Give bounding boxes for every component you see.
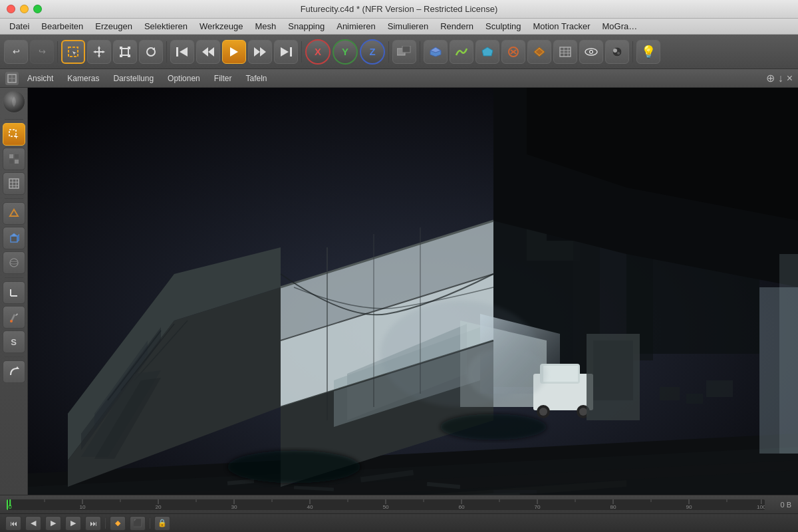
light-btn[interactable]: 💡	[636, 40, 660, 64]
svg-marker-19	[254, 47, 260, 57]
svg-point-60	[10, 259, 18, 267]
vp-menu-optionen[interactable]: Optionen	[162, 72, 205, 84]
menu-item-motiontracker[interactable]: Motion Tracker	[527, 20, 597, 33]
axis-y-button[interactable]: Y	[332, 39, 358, 65]
sweep-btn[interactable]	[450, 40, 473, 64]
timeline: 0 10 20 30 40 50 60 70 80 90 1	[0, 495, 798, 513]
vp-menu-kameras[interactable]: Kameras	[62, 72, 104, 84]
bb-btn-2[interactable]: ◀	[25, 516, 41, 531]
lt-box-btn[interactable]	[3, 227, 25, 249]
move-button[interactable]	[87, 40, 111, 64]
lt-grid-btn[interactable]	[3, 172, 25, 195]
svg-point-123	[440, 414, 547, 440]
lt-sphere-btn[interactable]	[3, 251, 25, 274]
viewport-expand-icon[interactable]: ⊕	[766, 72, 775, 84]
bb-btn-5[interactable]: ⬛	[130, 516, 146, 531]
menu-item-sculpting[interactable]: Sculpting	[479, 20, 527, 33]
redo-button[interactable]: ↪	[30, 40, 54, 64]
svg-marker-14	[202, 47, 208, 57]
svg-text:0: 0	[9, 503, 12, 510]
menu-item-animieren[interactable]: Animieren	[331, 20, 382, 33]
svg-rect-114	[593, 340, 633, 400]
viewport-close-icon[interactable]: ×	[787, 72, 793, 84]
scene-render	[28, 88, 798, 495]
lt-vertex-btn[interactable]	[3, 202, 25, 225]
anim-prev-key-button[interactable]	[196, 40, 220, 64]
svg-marker-5	[102, 51, 105, 53]
main-area: S	[0, 88, 798, 495]
menu-item-rendern[interactable]: Rendern	[434, 20, 479, 33]
viewport-down-icon[interactable]: ↓	[778, 72, 783, 84]
axis-x-button[interactable]: X	[305, 39, 331, 65]
grid-btn[interactable]	[553, 40, 577, 64]
svg-rect-56	[11, 236, 17, 242]
3d-viewport[interactable]	[28, 88, 798, 495]
bb-btn-3[interactable]: ▶	[65, 516, 81, 531]
svg-point-125	[467, 347, 547, 400]
anim-prev-button[interactable]	[170, 40, 194, 64]
menu-item-snapping[interactable]: Snapping	[282, 20, 331, 33]
viewport-icon	[5, 72, 19, 85]
vp-menu-tafeln[interactable]: Tafeln	[240, 72, 272, 84]
polygon-btn[interactable]	[475, 40, 499, 64]
svg-marker-57	[11, 233, 17, 236]
svg-rect-132	[779, 254, 798, 454]
bb-play-btn[interactable]: ▶	[45, 516, 61, 531]
lt-sep3	[5, 277, 23, 278]
anim-next-button[interactable]	[274, 40, 298, 64]
scale-button[interactable]	[113, 40, 137, 64]
svg-marker-16	[230, 47, 238, 57]
svg-rect-20	[290, 47, 292, 57]
vp-menu-ansicht[interactable]: Ansicht	[22, 72, 59, 84]
bb-btn-1[interactable]: ⏮	[5, 516, 21, 531]
vp-menu-filter[interactable]: Filter	[209, 72, 237, 84]
vp-menu-darstellung[interactable]: Darstellung	[108, 72, 159, 84]
cube-btn[interactable]	[424, 40, 448, 64]
minimize-button[interactable]	[20, 5, 29, 13]
maximize-button[interactable]	[33, 5, 42, 13]
menu-item-selektieren[interactable]: Selektieren	[138, 20, 194, 33]
menu-item-datei[interactable]: Datei	[3, 20, 35, 33]
svg-rect-23	[402, 46, 410, 53]
bb-key-btn[interactable]: ◆	[110, 516, 126, 531]
render-btn[interactable]	[605, 40, 629, 64]
left-toolbar: S	[0, 88, 28, 495]
anim-play-button[interactable]	[222, 40, 246, 64]
timeline-track[interactable]: 0 10 20 30 40 50 60 70 80 90 1	[7, 499, 765, 510]
lt-paint-btn[interactable]	[3, 306, 25, 329]
svg-rect-129	[686, 394, 703, 404]
axis-z-button[interactable]: Z	[360, 39, 385, 65]
menu-item-werkzeuge[interactable]: Werkzeuge	[194, 20, 249, 33]
menu-item-simulieren[interactable]: Simulieren	[382, 20, 434, 33]
svg-rect-8	[128, 47, 130, 49]
menu-item-bearbeiten[interactable]: Bearbeiten	[35, 20, 89, 33]
lt-select-btn[interactable]	[3, 123, 25, 146]
rotate-button[interactable]	[139, 40, 163, 64]
object-mode-button[interactable]	[392, 40, 416, 64]
spline-btn[interactable]	[527, 40, 551, 64]
eye-btn[interactable]	[579, 40, 603, 64]
close-button[interactable]	[7, 5, 15, 13]
svg-marker-13	[180, 47, 188, 57]
svg-point-122	[227, 450, 360, 483]
undo-button[interactable]: ↩	[4, 40, 28, 64]
lt-sep4	[5, 356, 23, 357]
deform-btn[interactable]	[501, 40, 525, 64]
bb-btn-6[interactable]: 🔒	[154, 516, 170, 531]
viewport-header: Ansicht Kameras Darstellung Optionen Fil…	[0, 69, 798, 88]
menu-item-mogra[interactable]: MoGra…	[597, 20, 644, 33]
lt-checker-btn[interactable]	[3, 148, 25, 170]
select-rect-button[interactable]	[61, 40, 85, 64]
window-controls[interactable]	[7, 5, 42, 13]
lt-sculpt-btn[interactable]: S	[3, 331, 25, 353]
anim-next-key-button[interactable]	[248, 40, 272, 64]
navigation-ball[interactable]	[3, 90, 25, 113]
lt-corner-btn[interactable]	[3, 281, 25, 304]
menu-item-erzeugen[interactable]: Erzeugen	[89, 20, 138, 33]
timeline-playhead[interactable]	[7, 499, 8, 510]
bb-btn-4[interactable]: ⏭	[85, 516, 101, 531]
menu-item-mesh[interactable]: Mesh	[249, 20, 282, 33]
svg-marker-1	[72, 51, 76, 55]
svg-text:90: 90	[686, 504, 692, 510]
lt-bend-btn[interactable]	[3, 360, 25, 383]
